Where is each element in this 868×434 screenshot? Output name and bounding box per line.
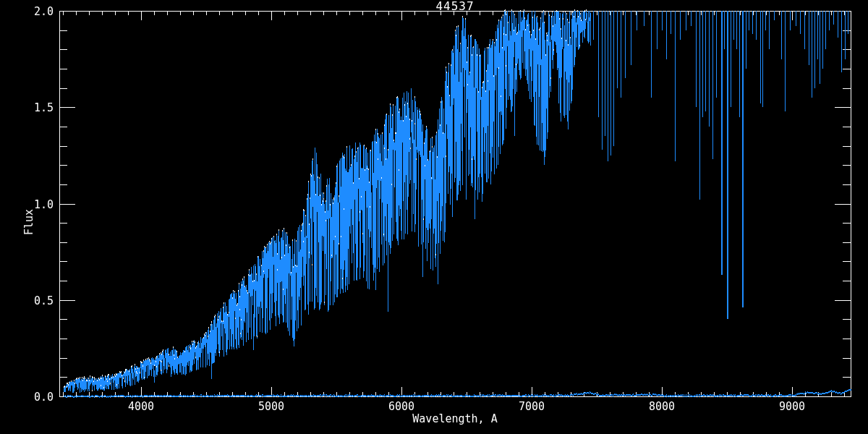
y-tick-label: 2.0 [0, 5, 54, 18]
y-tick-label: 1.5 [0, 101, 54, 114]
spectrum-figure: 44537 Wavelength, A Flux 400050006000700… [0, 0, 868, 434]
x-tick-label: 9000 [763, 400, 821, 413]
x-tick-label: 7000 [503, 400, 561, 413]
plot-title: 44537 [59, 0, 851, 13]
x-tick-label: 6000 [373, 400, 430, 413]
y-tick-label: 1.0 [0, 198, 54, 211]
y-tick-label: 0.5 [0, 294, 54, 307]
y-tick-label: 0.0 [0, 391, 54, 404]
y-axis-label: Flux [22, 209, 35, 235]
x-tick-label: 4000 [112, 400, 170, 413]
spectrum-canvas [0, 0, 868, 434]
x-tick-label: 8000 [633, 400, 691, 413]
x-tick-label: 5000 [242, 400, 300, 413]
x-axis-label: Wavelength, A [59, 412, 851, 425]
